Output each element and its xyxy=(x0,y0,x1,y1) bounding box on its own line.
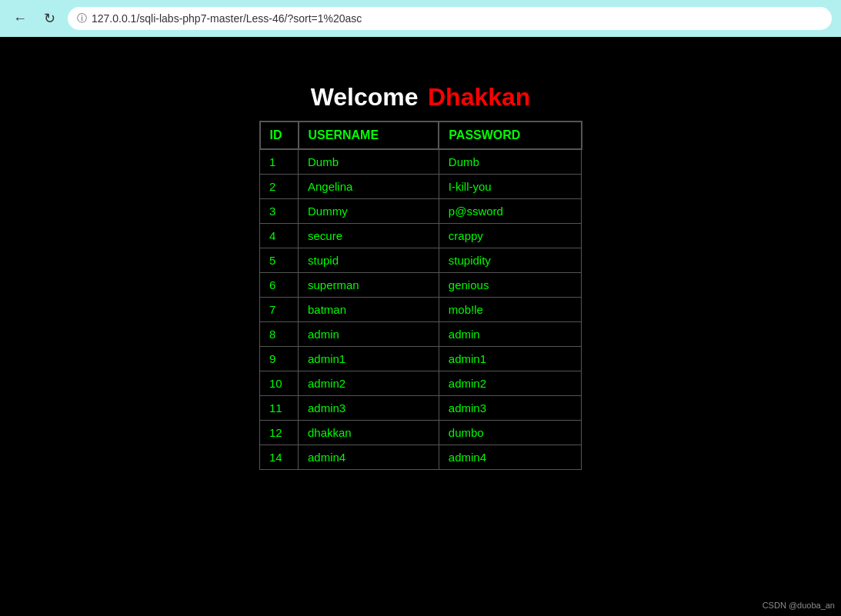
cell-username: admin2 xyxy=(299,371,439,396)
table-row: 8adminadmin xyxy=(260,322,582,347)
cell-username: dhakkan xyxy=(299,421,439,445)
cell-id: 1 xyxy=(260,149,299,175)
cell-username: admin xyxy=(299,322,439,347)
cell-password: admin3 xyxy=(439,396,581,421)
cell-id: 6 xyxy=(260,273,299,298)
cell-username: Dumb xyxy=(299,149,439,175)
col-header-id: ID xyxy=(260,122,299,149)
table-row: 4securecrappy xyxy=(260,224,582,248)
table-row: 7batmanmob!le xyxy=(260,298,582,322)
cell-username: Dummy xyxy=(299,199,439,224)
table-row: 12dhakkandumbo xyxy=(260,421,582,445)
table-row: 14admin4admin4 xyxy=(260,445,582,470)
table-row: 6supermangenious xyxy=(260,273,582,298)
cell-password: admin4 xyxy=(439,445,581,470)
table-row: 2AngelinaI-kill-you xyxy=(260,175,582,199)
cell-id: 10 xyxy=(260,371,299,396)
back-button[interactable]: ← xyxy=(9,8,31,29)
cell-password: crappy xyxy=(439,224,581,248)
info-icon: ⓘ xyxy=(77,12,87,25)
cell-password: dumbo xyxy=(439,421,581,445)
cell-id: 7 xyxy=(260,298,299,322)
cell-password: admin xyxy=(439,322,581,347)
url-text: 127.0.0.1/sqli-labs-php7-master/Less-46/… xyxy=(92,12,362,25)
cell-password: genious xyxy=(439,273,581,298)
table-row: 11admin3admin3 xyxy=(260,396,582,421)
browser-toolbar: ← ↻ ⓘ 127.0.0.1/sqli-labs-php7-master/Le… xyxy=(0,0,841,37)
welcome-heading: Welcome Dhakkan xyxy=(259,83,582,112)
table-header-row: ID USERNAME PASSWORD xyxy=(260,122,582,149)
cell-username: batman xyxy=(299,298,439,322)
main-container: Welcome Dhakkan ID USERNAME PASSWORD 1Du… xyxy=(259,83,582,470)
cell-password: mob!le xyxy=(439,298,581,322)
dhakkan-text: Dhakkan xyxy=(428,83,530,111)
cell-password: admin1 xyxy=(439,347,581,371)
cell-username: Angelina xyxy=(299,175,439,199)
cell-id: 14 xyxy=(260,445,299,470)
cell-username: superman xyxy=(299,273,439,298)
cell-password: p@ssword xyxy=(439,199,581,224)
cell-username: stupid xyxy=(299,248,439,273)
welcome-text: Welcome xyxy=(311,83,419,111)
cell-id: 4 xyxy=(260,224,299,248)
table-row: 5stupidstupidity xyxy=(260,248,582,273)
cell-id: 2 xyxy=(260,175,299,199)
cell-id: 12 xyxy=(260,421,299,445)
table-row: 9admin1admin1 xyxy=(260,347,582,371)
cell-id: 11 xyxy=(260,396,299,421)
cell-password: admin2 xyxy=(439,371,581,396)
cell-username: admin1 xyxy=(299,347,439,371)
data-table: ID USERNAME PASSWORD 1DumbDumb2AngelinaI… xyxy=(259,121,582,470)
col-header-username: USERNAME xyxy=(299,122,439,149)
address-bar[interactable]: ⓘ 127.0.0.1/sqli-labs-php7-master/Less-4… xyxy=(68,7,832,30)
cell-id: 8 xyxy=(260,322,299,347)
table-row: 10admin2admin2 xyxy=(260,371,582,396)
cell-id: 3 xyxy=(260,199,299,224)
cell-id: 9 xyxy=(260,347,299,371)
page-content: Welcome Dhakkan ID USERNAME PASSWORD 1Du… xyxy=(0,37,841,616)
table-row: 3Dummyp@ssword xyxy=(260,199,582,224)
cell-password: I-kill-you xyxy=(439,175,581,199)
col-header-password: PASSWORD xyxy=(439,122,581,149)
cell-id: 5 xyxy=(260,248,299,273)
refresh-button[interactable]: ↻ xyxy=(38,8,60,29)
cell-password: Dumb xyxy=(439,149,581,175)
cell-username: admin4 xyxy=(299,445,439,470)
cell-username: secure xyxy=(299,224,439,248)
cell-password: stupidity xyxy=(439,248,581,273)
table-row: 1DumbDumb xyxy=(260,149,582,175)
watermark: CSDN @duoba_an xyxy=(763,601,835,610)
cell-username: admin3 xyxy=(299,396,439,421)
